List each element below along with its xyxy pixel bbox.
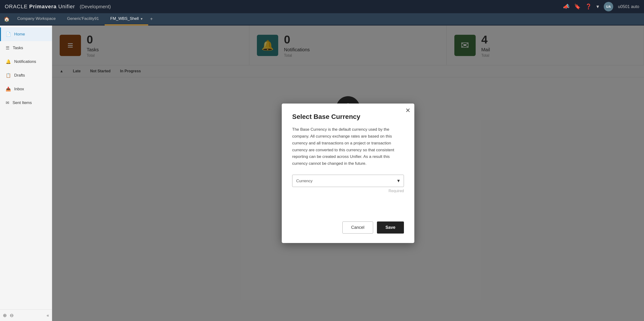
home-icon: 📄 xyxy=(6,32,11,37)
sidebar-item-tasks[interactable]: ☰ Tasks xyxy=(0,41,52,55)
avatar: UA xyxy=(604,2,613,11)
nav-tab-fm-wbs-shell-label: FM_WBS_Shell xyxy=(110,16,139,21)
sidebar-item-notifications-label: Notifications xyxy=(14,59,36,64)
bookmark-icon[interactable]: 🔖 xyxy=(574,3,580,10)
home-nav-icon[interactable]: 🏠 xyxy=(4,16,10,22)
sidebar: 📄 Home ☰ Tasks 🔔 Notifications 📋 Drafts … xyxy=(0,25,52,321)
content-area: ≡ 0 Tasks Total 🔔 0 Notifications Total xyxy=(52,25,644,321)
nav-bar: 🏠 Company Workspace Generic'Facility91 F… xyxy=(0,13,644,25)
drafts-icon: 📋 xyxy=(6,73,11,78)
sidebar-collapse-button[interactable]: « xyxy=(47,313,49,318)
notifications-icon: 🔔 xyxy=(6,59,11,64)
nav-tab-generic-facility[interactable]: Generic'Facility91 xyxy=(61,13,105,25)
sidebar-remove-button[interactable]: ⊖ xyxy=(10,313,14,318)
sidebar-item-sent-items-label: Sent Items xyxy=(12,100,32,105)
sidebar-item-inbox[interactable]: 📥 Inbox xyxy=(0,82,52,96)
main-layout: 📄 Home ☰ Tasks 🔔 Notifications 📋 Drafts … xyxy=(0,25,644,321)
nav-chevron-icon[interactable]: ▾ xyxy=(141,16,142,21)
sidebar-item-home[interactable]: 📄 Home xyxy=(0,27,52,41)
notification-bell-icon[interactable]: 📣 xyxy=(563,3,570,10)
modal-overlay: ✕ Select Base Currency The Base Currency… xyxy=(52,25,644,321)
modal-close-button[interactable]: ✕ xyxy=(405,107,410,114)
sidebar-footer: ⊕ ⊖ « xyxy=(0,310,52,321)
modal-footer: Cancel Save xyxy=(292,221,404,234)
sidebar-item-drafts-label: Drafts xyxy=(14,73,25,78)
sidebar-add-button[interactable]: ⊕ xyxy=(3,313,7,318)
nav-plus-button[interactable]: + xyxy=(148,16,155,22)
nav-tab-company-workspace-label: Company Workspace xyxy=(17,16,56,21)
inbox-icon: 📥 xyxy=(6,87,11,92)
sidebar-item-tasks-label: Tasks xyxy=(13,46,23,50)
currency-select[interactable]: Currency xyxy=(292,175,404,187)
modal-required-label: Required xyxy=(292,189,404,193)
nav-tab-fm-wbs-shell[interactable]: FM_WBS_Shell ▾ xyxy=(105,13,148,25)
sidebar-item-notifications[interactable]: 🔔 Notifications xyxy=(0,55,52,69)
help-icon[interactable]: ❓ xyxy=(585,3,592,10)
tasks-icon: ☰ xyxy=(6,45,10,51)
sidebar-item-inbox-label: Inbox xyxy=(14,87,24,91)
env-label: (Development) xyxy=(80,4,111,9)
sent-items-icon: ✉ xyxy=(6,100,9,105)
top-bar-right: 📣 🔖 ❓ ▾ UA u0501 auto xyxy=(563,2,639,11)
nav-tab-generic-facility-label: Generic'Facility91 xyxy=(67,16,99,21)
nav-tab-company-workspace[interactable]: Company Workspace xyxy=(12,13,61,25)
modal-description: The Base Currency is the default currenc… xyxy=(292,126,404,167)
cancel-button[interactable]: Cancel xyxy=(342,221,373,234)
currency-select-wrapper: Currency ▼ xyxy=(292,175,404,187)
top-bar: ORACLE Primavera Unifier (Development) 📣… xyxy=(0,0,644,13)
sidebar-item-drafts[interactable]: 📋 Drafts xyxy=(0,69,52,82)
top-bar-left: ORACLE Primavera Unifier (Development) xyxy=(5,3,111,10)
sidebar-item-home-label: Home xyxy=(14,32,25,37)
username-label: u0501 auto xyxy=(618,4,639,9)
app-logo: ORACLE Primavera Unifier xyxy=(5,3,75,10)
sidebar-item-sent-items[interactable]: ✉ Sent Items xyxy=(0,96,52,110)
modal-title: Select Base Currency xyxy=(292,113,404,121)
save-button[interactable]: Save xyxy=(377,221,404,234)
modal-select-base-currency: ✕ Select Base Currency The Base Currency… xyxy=(282,104,414,243)
dropdown-icon[interactable]: ▾ xyxy=(596,3,599,10)
